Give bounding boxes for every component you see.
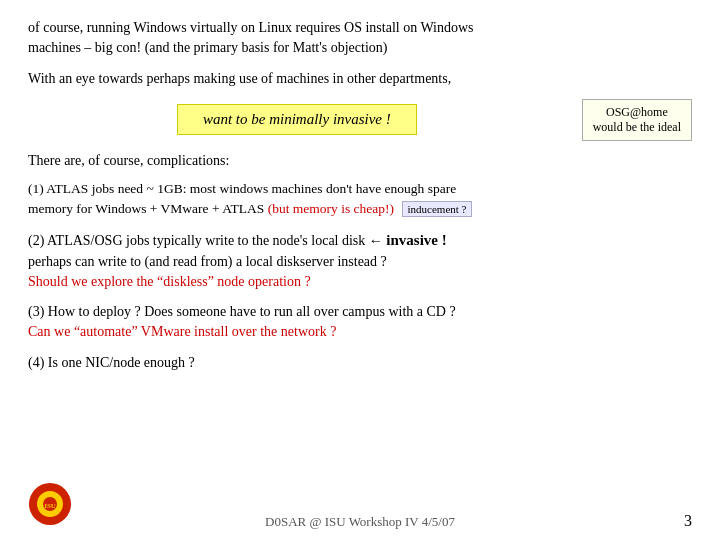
item4-block: (4) Is one NIC/node enough ? [28,353,692,373]
item1-line1: (1) ATLAS jobs need ~ 1GB: most windows … [28,181,456,196]
intro-line1: of course, running Windows virtually on … [28,20,474,35]
item2-arrow: ← [369,233,387,248]
intro-line2: machines – big con! (and the primary bas… [28,40,387,55]
eye-towards-text: With an eye towards perhaps making use o… [28,71,451,86]
footer-logo: ISU [28,482,76,530]
footer-page-number: 3 [684,512,692,530]
highlight-box: want to be minimally invasive ! [177,104,417,135]
item3-red: Can we “automate” VMware install over th… [28,324,336,339]
item2-bold: invasive ! [386,232,446,248]
osg-line2: would be the ideal [593,120,681,135]
highlight-row: want to be minimally invasive ! OSG@home… [28,99,692,141]
footer-center-text: D0SAR @ ISU Workshop IV 4/5/07 [265,514,455,530]
inducement-badge: inducement ? [402,201,473,217]
item4-text: (4) Is one NIC/node enough ? [28,355,195,370]
complications-line: There are, of course, complications: [28,151,692,171]
item2-line1: (2) ATLAS/OSG jobs typically write to th… [28,233,447,248]
item3-block: (3) How to deploy ? Does someone have to… [28,302,692,343]
item2-line2: perhaps can write to (and read from) a l… [28,254,387,269]
highlight-text: want to be minimally invasive ! [203,111,391,127]
item1-red: (but memory is cheap!) [268,201,394,216]
item1-line2: memory for Windows + VMware + ATLAS [28,201,264,216]
complications-text: There are, of course, complications: [28,153,229,168]
item3-line1: (3) How to deploy ? Does someone have to… [28,304,456,319]
footer: ISU D0SAR @ ISU Workshop IV 4/5/07 3 [0,514,720,530]
main-content: of course, running Windows virtually on … [0,0,720,393]
osg-line1: OSG@home [593,105,681,120]
item2-red: Should we explore the “diskless” node op… [28,274,311,289]
osg-box: OSG@home would be the ideal [582,99,692,141]
eye-towards-para: With an eye towards perhaps making use o… [28,69,692,89]
svg-text:ISU: ISU [44,502,56,510]
intro-paragraph: of course, running Windows virtually on … [28,18,692,59]
item2-block: (2) ATLAS/OSG jobs typically write to th… [28,230,692,292]
item1-block: (1) ATLAS jobs need ~ 1GB: most windows … [28,179,692,220]
